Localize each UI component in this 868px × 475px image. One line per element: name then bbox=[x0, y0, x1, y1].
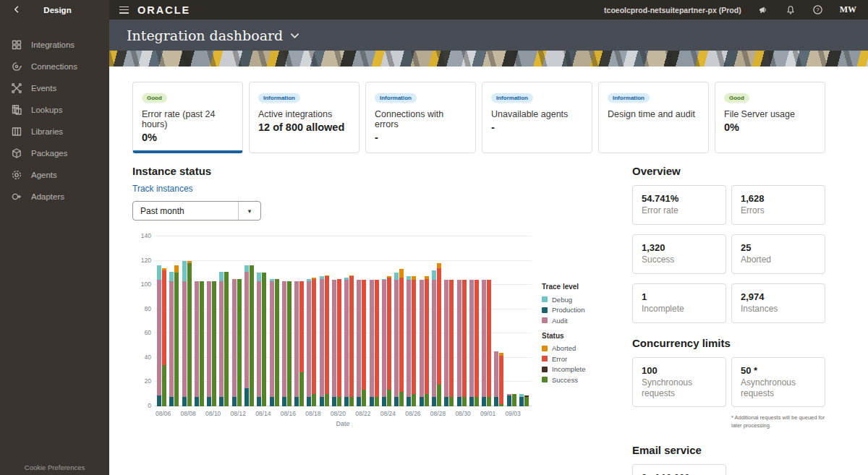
summary-card-5[interactable]: GoodFile Server usage0% bbox=[715, 82, 825, 153]
tenant-name: tcoeolcprod-netsuitepartner-px (Prod) bbox=[604, 6, 741, 14]
sidebar-item-libraries[interactable]: Libraries bbox=[0, 121, 109, 142]
trace-bar bbox=[344, 278, 349, 406]
sidebar-item-packages[interactable]: Packages bbox=[0, 142, 109, 164]
legend-item-success[interactable]: Success bbox=[542, 375, 610, 385]
hamburger-menu-icon[interactable] bbox=[119, 5, 131, 15]
segment-production bbox=[270, 397, 274, 406]
segment-error bbox=[362, 280, 366, 389]
sidebar-item-events[interactable]: Events bbox=[0, 77, 109, 99]
trace-bar bbox=[257, 273, 261, 406]
bar-group-08-09[interactable] bbox=[193, 236, 205, 406]
trace-bar bbox=[157, 265, 161, 406]
summary-card-1[interactable]: InformationActive integrations12 of 800 … bbox=[249, 82, 359, 153]
status-bar bbox=[174, 265, 179, 406]
summary-card-4[interactable]: InformationDesign time and audit bbox=[598, 82, 709, 153]
bar-group-08-18[interactable] bbox=[305, 236, 318, 406]
x-axis-tick-label: 09/01 bbox=[480, 410, 495, 417]
segment-audit bbox=[357, 280, 361, 396]
bar-group-08-14[interactable] bbox=[255, 236, 268, 406]
sidebar-item-adapters[interactable]: Adapters bbox=[0, 186, 109, 207]
legend-swatch bbox=[542, 346, 548, 351]
sidebar-item-agents[interactable]: Agents bbox=[0, 164, 109, 186]
legend-item-aborted[interactable]: Aborted bbox=[542, 343, 610, 354]
legend-item-error[interactable]: Error bbox=[542, 354, 610, 364]
track-instances-link[interactable]: Track instances bbox=[132, 184, 193, 194]
status-bar bbox=[187, 261, 192, 406]
announcement-icon[interactable] bbox=[757, 4, 769, 16]
notifications-bell-icon[interactable] bbox=[785, 4, 796, 16]
segment-audit bbox=[294, 281, 299, 396]
status-bar bbox=[299, 281, 304, 406]
x-axis-tick-label: 08/18 bbox=[305, 410, 320, 417]
bar-group-08-17[interactable] bbox=[293, 236, 305, 406]
bar-group-08-15[interactable] bbox=[268, 236, 280, 406]
x-axis-tick-label bbox=[271, 410, 280, 417]
help-icon[interactable]: ? bbox=[812, 4, 824, 16]
overview-card-3: 25Aborted bbox=[731, 234, 825, 274]
segment-audit bbox=[370, 280, 374, 396]
status-bar bbox=[200, 281, 204, 406]
card-value: - bbox=[375, 132, 467, 143]
instance-status-heading: Instance status bbox=[132, 165, 613, 177]
bar-group-08-23[interactable] bbox=[368, 236, 380, 406]
status-bar bbox=[224, 272, 229, 406]
status-bar bbox=[462, 280, 467, 406]
segment-debug bbox=[394, 273, 399, 280]
summary-card-0[interactable]: GoodError rate (past 24 hours)0% bbox=[132, 82, 243, 153]
legend-item-production[interactable]: Production bbox=[542, 305, 610, 316]
bar-group-08-12[interactable] bbox=[231, 236, 243, 406]
segment-success bbox=[487, 397, 491, 406]
segment-production bbox=[420, 397, 424, 406]
bar-group-08-20[interactable] bbox=[331, 236, 343, 406]
bar-group-08-31[interactable] bbox=[468, 236, 480, 406]
status-bar bbox=[399, 269, 404, 406]
bar-group-09-02[interactable] bbox=[493, 236, 505, 406]
bar-group-08-25[interactable] bbox=[393, 236, 405, 406]
legend-item-audit[interactable]: Audit bbox=[542, 315, 610, 326]
legend-item-debug[interactable]: Debug bbox=[542, 294, 610, 305]
back-button[interactable] bbox=[7, 2, 26, 18]
bar-group-08-29[interactable] bbox=[443, 236, 455, 406]
bar-group-08-27[interactable] bbox=[418, 236, 430, 406]
x-axis-tick-label bbox=[421, 410, 430, 417]
bar-group-09-04[interactable] bbox=[518, 236, 530, 406]
segment-success bbox=[337, 397, 341, 406]
x-axis-tick-label bbox=[396, 410, 405, 417]
bar-group-08-19[interactable] bbox=[318, 236, 330, 406]
segment-production bbox=[519, 397, 524, 406]
bar-group-08-26[interactable] bbox=[405, 236, 417, 406]
legend-item-incomplete[interactable]: Incomplete bbox=[542, 364, 610, 375]
bar-group-08-21[interactable] bbox=[343, 236, 355, 406]
bar-group-09-01[interactable] bbox=[480, 236, 493, 406]
time-range-select[interactable]: Past month ▾ bbox=[132, 201, 261, 221]
bar-group-08-24[interactable] bbox=[380, 236, 393, 406]
bar-group-09-03[interactable] bbox=[505, 236, 517, 406]
bar-group-08-06[interactable] bbox=[156, 236, 168, 406]
bar-group-08-13[interactable] bbox=[243, 236, 255, 406]
segment-audit bbox=[270, 281, 274, 396]
legend-label: Aborted bbox=[552, 344, 576, 352]
bar-group-08-28[interactable] bbox=[430, 236, 443, 406]
summary-card-3[interactable]: InformationUnavailable agents- bbox=[482, 82, 592, 153]
title-dropdown-button[interactable] bbox=[290, 29, 299, 42]
sidebar-item-connections[interactable]: Connections bbox=[0, 56, 109, 77]
bar-group-08-16[interactable] bbox=[281, 236, 293, 406]
y-axis-tick-label: 40 bbox=[131, 354, 151, 361]
agents-icon bbox=[10, 169, 23, 181]
trace-bar bbox=[320, 276, 324, 406]
summary-card-2[interactable]: InformationConnections with errors- bbox=[365, 82, 476, 153]
bar-group-08-10[interactable] bbox=[205, 236, 218, 406]
sidebar-item-integrations[interactable]: Integrations bbox=[0, 34, 109, 56]
bar-group-08-08[interactable] bbox=[181, 236, 193, 406]
status-bar bbox=[162, 268, 166, 406]
sidebar-item-lookups[interactable]: Lookups bbox=[0, 99, 109, 121]
user-avatar[interactable]: MW bbox=[840, 4, 856, 15]
bar-group-08-22[interactable] bbox=[355, 236, 367, 406]
cookie-preferences-link[interactable]: Cookie Preferences bbox=[0, 463, 109, 471]
bar-group-08-07[interactable] bbox=[168, 236, 180, 406]
status-bar bbox=[237, 279, 242, 406]
select-dropdown-arrow[interactable]: ▾ bbox=[238, 202, 260, 220]
bar-group-08-30[interactable] bbox=[455, 236, 467, 406]
bar-group-08-11[interactable] bbox=[218, 236, 230, 406]
trace-bar bbox=[432, 270, 436, 406]
